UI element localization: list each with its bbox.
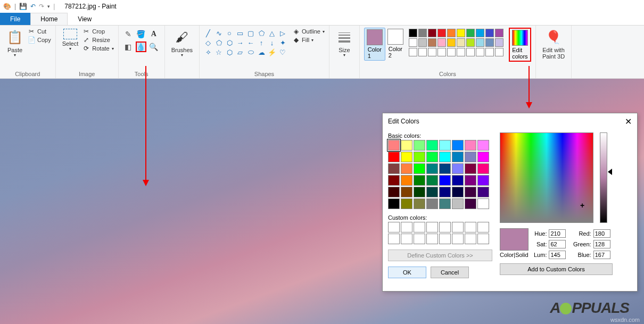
palette-color[interactable] (457, 38, 465, 47)
basic-color[interactable] (388, 175, 400, 186)
fill-button[interactable]: ◆Fill ▾ (292, 36, 325, 44)
basic-color[interactable] (414, 163, 425, 174)
text-tool[interactable]: A (148, 29, 159, 39)
palette-color[interactable] (495, 48, 503, 56)
rotate-button[interactable]: ⟳Rotate ▾ (82, 45, 113, 52)
basic-color[interactable] (477, 163, 489, 174)
hue-input[interactable] (549, 229, 566, 238)
basic-color[interactable] (388, 187, 400, 197)
view-tab[interactable]: View (68, 13, 102, 25)
palette-color[interactable] (418, 38, 427, 47)
basic-color[interactable] (426, 198, 438, 209)
basic-color[interactable] (388, 198, 400, 209)
brushes-button[interactable]: 🖌 Brushes▾ (169, 28, 195, 59)
color-spectrum[interactable]: + (500, 132, 593, 223)
edit-colors-button[interactable]: Edit colors (509, 28, 531, 62)
select-button[interactable]: Select▾ (60, 28, 81, 53)
basic-color[interactable] (465, 140, 476, 151)
basic-color[interactable] (401, 140, 412, 151)
basic-color[interactable] (414, 140, 425, 151)
red-input[interactable] (593, 229, 610, 238)
crop-button[interactable]: ✂Crop (82, 28, 113, 35)
basic-color[interactable] (439, 152, 451, 162)
basic-color[interactable] (414, 175, 425, 186)
palette-color[interactable] (409, 29, 417, 37)
basic-color[interactable] (414, 198, 425, 209)
basic-color[interactable] (426, 187, 438, 197)
palette-color[interactable] (466, 48, 475, 56)
basic-color[interactable] (426, 163, 438, 174)
palette-color[interactable] (457, 29, 465, 37)
palette-color[interactable] (447, 29, 456, 37)
eraser-tool[interactable]: ◧ (123, 41, 134, 52)
basic-color[interactable] (388, 152, 400, 162)
color-2-button[interactable]: Color 2 (385, 28, 406, 60)
palette-color[interactable] (437, 48, 446, 56)
basic-color[interactable] (452, 175, 464, 186)
fill-tool[interactable]: 🪣 (136, 29, 146, 39)
palette-color[interactable] (447, 38, 456, 47)
green-input[interactable] (593, 240, 610, 248)
magnifier-tool[interactable]: 🔍 (148, 41, 159, 52)
palette-color[interactable] (428, 48, 436, 56)
palette-color[interactable] (428, 29, 436, 37)
palette-color[interactable] (409, 48, 417, 56)
home-tab[interactable]: Home (30, 13, 68, 25)
basic-color[interactable] (414, 187, 425, 197)
basic-color[interactable] (465, 187, 476, 197)
basic-color[interactable] (439, 187, 451, 197)
cancel-button[interactable]: Cancel (431, 267, 469, 278)
color-palette[interactable] (409, 29, 503, 56)
ok-button[interactable]: OK (388, 267, 426, 278)
palette-color[interactable] (428, 38, 436, 47)
basic-color[interactable] (439, 163, 451, 174)
size-button[interactable]: Size▾ (334, 28, 355, 59)
basic-color[interactable] (426, 175, 438, 186)
basic-color[interactable] (465, 163, 476, 174)
palette-color[interactable] (466, 38, 475, 47)
basic-color[interactable] (439, 198, 451, 209)
resize-button[interactable]: ⤢Resize (82, 36, 113, 44)
close-icon[interactable]: ✕ (625, 117, 632, 127)
basic-color[interactable] (401, 163, 412, 174)
basic-color[interactable] (452, 163, 464, 174)
basic-color[interactable] (477, 152, 489, 162)
palette-color[interactable] (485, 48, 494, 56)
basic-color[interactable] (426, 140, 438, 151)
luminance-slider[interactable] (600, 132, 607, 223)
redo-icon[interactable]: ↷ (39, 3, 44, 10)
palette-color[interactable] (476, 38, 484, 47)
lum-input[interactable] (549, 251, 566, 259)
basic-color[interactable] (477, 175, 489, 186)
basic-color[interactable] (388, 163, 400, 174)
paste-button[interactable]: 📋 Paste▾ (4, 28, 26, 59)
file-tab[interactable]: File (0, 13, 30, 25)
basic-color[interactable] (414, 152, 425, 162)
basic-color[interactable] (426, 152, 438, 162)
basic-color[interactable] (452, 152, 464, 162)
outline-button[interactable]: ◈Outline ▾ (292, 28, 325, 35)
basic-color[interactable] (401, 187, 412, 197)
undo-icon[interactable]: ↶ (30, 3, 36, 10)
basic-color[interactable] (388, 140, 400, 151)
palette-color[interactable] (485, 29, 494, 37)
basic-color[interactable] (465, 152, 476, 162)
palette-color[interactable] (447, 48, 456, 56)
palette-color[interactable] (466, 29, 475, 37)
basic-color[interactable] (401, 198, 412, 209)
custom-colors-grid[interactable] (388, 222, 500, 244)
qat-dropdown-icon[interactable]: ▾ (47, 4, 50, 9)
paint3d-button[interactable]: 🎈 Edit with Paint 3D (540, 28, 567, 61)
palette-color[interactable] (437, 29, 446, 37)
palette-color[interactable] (476, 29, 484, 37)
palette-color[interactable] (418, 48, 427, 56)
palette-color[interactable] (485, 38, 494, 47)
palette-color[interactable] (495, 38, 503, 47)
basic-color[interactable] (465, 198, 476, 209)
basic-color[interactable] (439, 175, 451, 186)
pencil-tool[interactable]: ✎ (123, 29, 134, 39)
palette-color[interactable] (476, 48, 484, 56)
basic-color[interactable] (401, 175, 412, 186)
sat-input[interactable] (549, 240, 566, 248)
color-1-button[interactable]: Color 1 (364, 28, 385, 61)
